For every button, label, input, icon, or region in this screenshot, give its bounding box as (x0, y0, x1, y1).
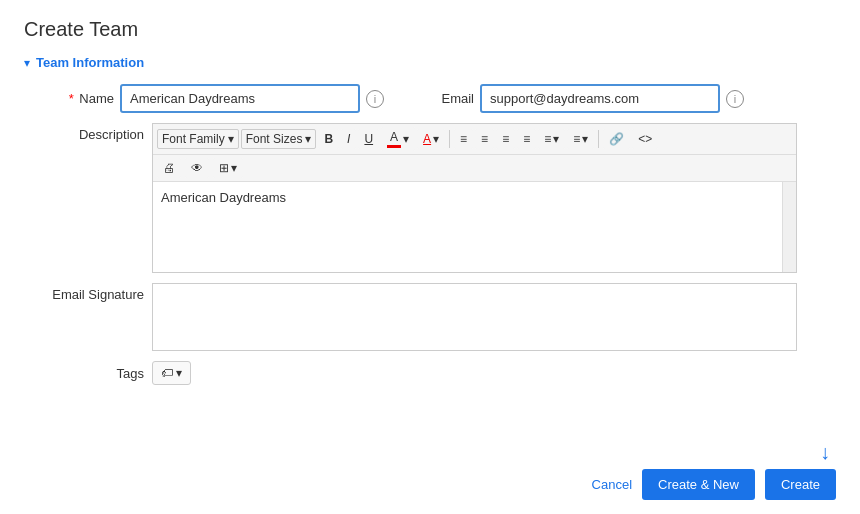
required-star: * (69, 91, 74, 106)
font-family-select[interactable]: Font Family ▾ (157, 129, 239, 149)
email-label: Email (404, 91, 474, 106)
text-color-button[interactable]: A ▾ (417, 129, 445, 149)
tags-button[interactable]: 🏷 ▾ (152, 361, 191, 385)
tag-icon: 🏷 (161, 366, 173, 380)
preview-button[interactable]: 👁 (185, 158, 209, 178)
editor-toolbar-row1: Font Family ▾ Font Sizes ▾ B I U A (153, 124, 796, 155)
toolbar-divider-2 (598, 130, 599, 148)
page-container: Create Team ▾ Team Information * Name i … (0, 0, 860, 514)
form-area: * Name i Email i Description (44, 84, 836, 385)
arrow-indicator: ↓ (820, 441, 830, 464)
email-info-icon[interactable]: i (726, 90, 744, 108)
tags-row: Tags 🏷 ▾ (44, 361, 836, 385)
align-right-button[interactable]: ≡ (496, 129, 515, 149)
list-ol-button[interactable]: ≡ ▾ (567, 129, 594, 149)
email-signature-label: Email Signature (44, 283, 144, 302)
font-size-select[interactable]: Font Sizes ▾ (241, 129, 317, 149)
align-left-button[interactable]: ≡ (454, 129, 473, 149)
editor-content[interactable]: American Daydreams (153, 182, 782, 272)
email-signature-box[interactable] (152, 283, 797, 351)
name-info-icon[interactable]: i (366, 90, 384, 108)
underline-button[interactable]: U (358, 129, 379, 149)
editor-container: Font Family ▾ Font Sizes ▾ B I U A (152, 123, 797, 273)
section-header: ▾ Team Information (24, 55, 836, 70)
name-input[interactable] (120, 84, 360, 113)
bold-button[interactable]: B (318, 129, 339, 149)
font-color-indicator (387, 145, 401, 148)
page-title: Create Team (24, 18, 836, 41)
description-label: Description (44, 123, 144, 142)
font-color-button[interactable]: A ▾ (381, 127, 415, 151)
email-input[interactable] (480, 84, 720, 113)
create-button[interactable]: Create (765, 469, 836, 500)
italic-button[interactable]: I (341, 129, 356, 149)
name-email-row: * Name i Email i (44, 84, 836, 113)
section-title: Team Information (36, 55, 144, 70)
print-button[interactable]: 🖨 (157, 158, 181, 178)
cancel-button[interactable]: Cancel (592, 477, 632, 492)
tags-label: Tags (44, 366, 144, 381)
footer-buttons: Cancel Create & New Create (592, 469, 836, 500)
align-justify-button[interactable]: ≡ (517, 129, 536, 149)
editor-with-scroll: American Daydreams (153, 182, 796, 272)
email-signature-row: Email Signature (44, 283, 836, 351)
name-label: * Name (44, 91, 114, 106)
tags-chevron-icon: ▾ (176, 366, 182, 380)
code-button[interactable]: <> (632, 129, 658, 149)
create-and-new-button[interactable]: Create & New (642, 469, 755, 500)
table-button[interactable]: ⊞ ▾ (213, 158, 243, 178)
align-center-button[interactable]: ≡ (475, 129, 494, 149)
name-field-group: * Name i (44, 84, 384, 113)
description-row: Description Font Family ▾ Font Sizes ▾ B… (44, 123, 836, 273)
section-chevron-icon[interactable]: ▾ (24, 56, 30, 70)
editor-toolbar-row2: 🖨 👁 ⊞ ▾ (153, 155, 796, 182)
link-button[interactable]: 🔗 (603, 129, 630, 149)
email-field-group: Email i (404, 84, 744, 113)
list-ul-button[interactable]: ≡ ▾ (538, 129, 565, 149)
toolbar-divider-1 (449, 130, 450, 148)
editor-scrollbar[interactable] (782, 182, 796, 272)
